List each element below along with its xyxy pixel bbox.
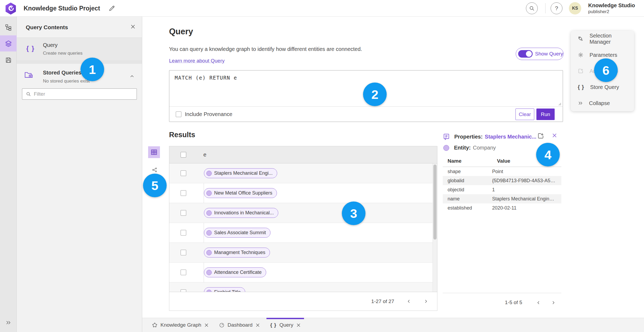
pagination-range: 1-5 of 5 bbox=[505, 300, 522, 305]
rail-save-button[interactable] bbox=[0, 52, 17, 68]
braces-icon: { } bbox=[26, 45, 35, 52]
property-value: Point bbox=[492, 169, 557, 174]
entity-label: Attendance Certificate bbox=[214, 270, 262, 275]
save-icon bbox=[5, 57, 12, 64]
next-page-button[interactable] bbox=[549, 299, 557, 307]
entity-prefix: Entity: bbox=[454, 145, 471, 151]
graph-view-button[interactable] bbox=[150, 165, 159, 175]
run-button[interactable]: Run bbox=[536, 109, 555, 120]
resize-handle-icon[interactable] bbox=[558, 103, 561, 106]
select-all-checkbox[interactable] bbox=[181, 152, 186, 158]
chevron-right-icon bbox=[423, 299, 428, 304]
menu-item-label: Store Query bbox=[590, 84, 619, 90]
property-value: Staplers Mechanical Engineering bbox=[492, 196, 557, 202]
entity-icon bbox=[206, 270, 212, 275]
app-logo-icon bbox=[5, 2, 17, 15]
table-row[interactable]: Innovations in Mechanical... bbox=[169, 203, 437, 223]
scrollbar-thumb[interactable] bbox=[433, 165, 437, 240]
double-chevron-right-icon bbox=[5, 320, 11, 326]
row-checkbox[interactable] bbox=[181, 170, 186, 176]
entity-pill[interactable]: Staplers Mechanical Engi... bbox=[204, 168, 277, 178]
table-row[interactable]: Firebird Title bbox=[169, 282, 437, 292]
dashboard-gauge-icon bbox=[219, 322, 225, 328]
query-contents-close-icon[interactable] bbox=[131, 25, 135, 29]
item-title: Stored Queries bbox=[43, 70, 81, 76]
table-row[interactable]: Attendance Certificate bbox=[169, 263, 437, 282]
tab-query[interactable]: { } Query bbox=[265, 318, 306, 332]
user-avatar[interactable]: KS bbox=[569, 2, 581, 14]
entity-label: Staplers Mechanical Engi... bbox=[214, 170, 273, 176]
add-to-map-icon[interactable] bbox=[537, 132, 544, 139]
query-contents-item-stored-queries[interactable]: Stored Queries No stored queries exist bbox=[17, 64, 142, 89]
add-to-map-icon bbox=[578, 68, 584, 74]
properties-close-icon[interactable] bbox=[552, 133, 557, 137]
next-page-button[interactable] bbox=[422, 297, 430, 305]
user-info[interactable]: Knowledge Studio publisher2 bbox=[588, 2, 635, 14]
row-checkbox[interactable] bbox=[181, 230, 186, 236]
table-row[interactable]: New Metal Office Suppliers bbox=[169, 183, 437, 203]
menu-item-label: Selection Manager bbox=[590, 33, 634, 45]
entity-pill[interactable]: Sales Associate Summit bbox=[204, 228, 270, 238]
rail-data-model-button[interactable] bbox=[0, 19, 17, 35]
rail-layers-button[interactable] bbox=[0, 35, 17, 51]
close-tab-icon[interactable] bbox=[297, 323, 300, 327]
properties-rows: shape Point globalid {5D9B4713-F98D-4A53… bbox=[443, 167, 561, 212]
results-table-header: e bbox=[169, 146, 437, 163]
properties-pagination: 1-5 of 5 bbox=[443, 293, 561, 312]
table-row[interactable]: Sales Associate Summit bbox=[169, 223, 437, 243]
braces-icon: { } bbox=[578, 84, 584, 90]
prev-page-button[interactable] bbox=[405, 297, 413, 305]
prev-page-button[interactable] bbox=[535, 299, 543, 307]
properties-entity-link[interactable]: Staplers Mechanic... bbox=[485, 134, 536, 140]
show-query-label: Show Query bbox=[535, 51, 563, 57]
results-pagination: 1-27 of 27 bbox=[169, 292, 437, 311]
callout-badge-1: 1 bbox=[80, 58, 104, 81]
data-model-icon bbox=[5, 24, 12, 31]
item-title: Query bbox=[43, 42, 57, 48]
row-checkbox[interactable] bbox=[181, 210, 186, 216]
show-query-toggle[interactable]: Show Query bbox=[516, 48, 564, 60]
help-button[interactable]: ? bbox=[551, 2, 562, 14]
entity-pill[interactable]: Attendance Certificate bbox=[204, 267, 266, 277]
edit-title-pencil-icon[interactable] bbox=[108, 5, 115, 12]
row-checkbox[interactable] bbox=[181, 190, 186, 196]
entity-label: Managment Techniques bbox=[214, 250, 265, 255]
tab-knowledge-graph[interactable]: Knowledge Graph bbox=[147, 318, 214, 332]
results-scrollbar[interactable] bbox=[433, 163, 437, 292]
callout-badge-4: 4 bbox=[536, 143, 560, 166]
menu-item-selection-manager[interactable]: Selection Manager bbox=[571, 31, 634, 47]
query-contents-item-query[interactable]: { } Query Create new queries bbox=[17, 38, 142, 60]
property-value: 1 bbox=[492, 187, 557, 193]
selection-manager-icon bbox=[578, 36, 584, 42]
layers-icon bbox=[5, 40, 12, 47]
rail-expand-button[interactable] bbox=[0, 316, 17, 329]
row-checkbox[interactable] bbox=[181, 250, 186, 255]
include-provenance-checkbox[interactable] bbox=[176, 111, 181, 117]
entity-icon bbox=[206, 171, 212, 176]
left-icon-rail bbox=[0, 17, 17, 332]
search-button[interactable] bbox=[526, 2, 538, 14]
filter-input[interactable] bbox=[34, 91, 137, 97]
close-tab-icon[interactable] bbox=[205, 323, 208, 327]
clear-button[interactable]: Clear bbox=[515, 109, 534, 120]
tab-label: Knowledge Graph bbox=[160, 322, 201, 328]
row-checkbox[interactable] bbox=[181, 270, 186, 275]
tab-dashboard[interactable]: Dashboard bbox=[214, 318, 265, 332]
close-tab-icon[interactable] bbox=[256, 323, 259, 327]
collapse-chevron-up-icon[interactable] bbox=[130, 74, 134, 79]
property-name: globalid bbox=[443, 178, 492, 184]
table-row[interactable]: Managment Techniques bbox=[169, 243, 437, 263]
entity-pill[interactable]: Innovations in Mechanical... bbox=[204, 208, 278, 218]
entity-pill[interactable]: New Metal Office Suppliers bbox=[204, 188, 277, 198]
property-name: shape bbox=[443, 169, 492, 174]
callout-badge-3: 3 bbox=[342, 202, 365, 225]
learn-more-link[interactable]: Learn more about Query bbox=[169, 58, 225, 64]
property-value: {5D9B4713-F98D-4A53-A59F-C11... bbox=[492, 178, 557, 184]
table-view-button[interactable] bbox=[148, 146, 160, 158]
column-header-value: Value bbox=[497, 158, 510, 164]
entity-pill[interactable]: Managment Techniques bbox=[204, 248, 270, 258]
table-row[interactable]: Staplers Mechanical Engi... bbox=[169, 163, 437, 183]
chevron-right-icon bbox=[551, 300, 555, 305]
property-value: 2020-02-11 bbox=[492, 205, 557, 211]
menu-item-collapse[interactable]: Collapse bbox=[571, 95, 634, 111]
